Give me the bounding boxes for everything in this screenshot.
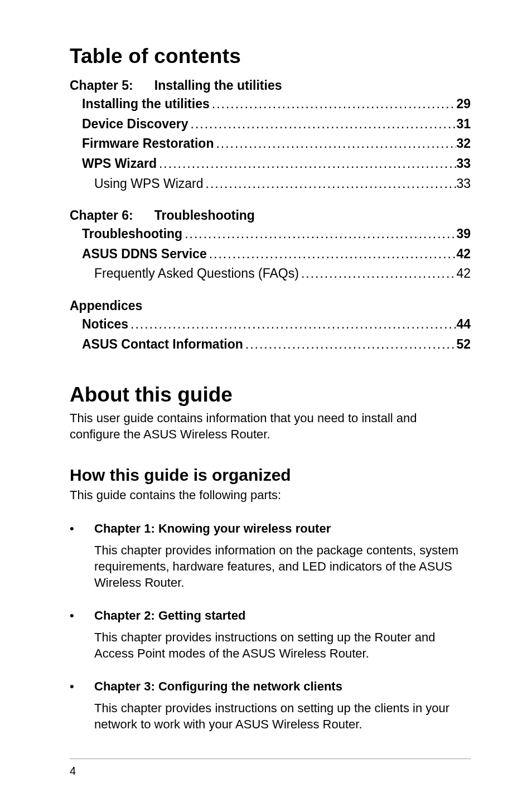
toc-leader-dots: ........................................…	[188, 114, 457, 134]
toc-entry-page: 44	[456, 315, 471, 335]
bullet-title: Chapter 1: Knowing your wireless router	[94, 520, 331, 537]
toc-entry-page: 52	[456, 335, 471, 355]
toc-entry-page: 31	[456, 114, 471, 134]
bullet-item: •Chapter 2: Getting startedThis chapter …	[70, 607, 471, 661]
page-number: 4	[70, 765, 471, 777]
toc-chapter-label: Chapter 5:	[70, 78, 133, 93]
toc-chapter-heading: Chapter 6:Troubleshooting	[70, 208, 471, 223]
toc-leader-dots: ........................................…	[207, 244, 457, 264]
toc-entry-page: 42	[456, 264, 471, 284]
toc-title: Table of contents	[70, 45, 471, 68]
toc-leader-dots: ........................................…	[128, 315, 456, 335]
toc-entry-label: ASUS DDNS Service	[82, 244, 207, 264]
toc-row: Troubleshooting.........................…	[70, 224, 471, 244]
about-intro: This user guide contains information tha…	[70, 410, 471, 442]
toc-row: ASUS Contact Information................…	[70, 335, 471, 355]
toc-leader-dots: ........................................…	[214, 134, 456, 154]
toc-leader-dots: ........................................…	[157, 154, 456, 174]
toc-leader-dots: ........................................…	[210, 94, 457, 114]
organized-intro: This guide contains the following parts:	[70, 487, 471, 503]
toc-entry-page: 42	[456, 244, 471, 264]
toc-entry-label: Using WPS Wizard	[94, 174, 204, 194]
toc-entry-label: Frequently Asked Questions (FAQs)	[94, 264, 299, 284]
toc-row: ASUS DDNS Service.......................…	[70, 244, 471, 264]
bullet-heading-row: •Chapter 1: Knowing your wireless router	[70, 520, 471, 542]
toc-row: Frequently Asked Questions (FAQs).......…	[70, 264, 471, 284]
page-footer: 4	[0, 758, 532, 777]
toc-row: Using WPS Wizard........................…	[70, 174, 471, 194]
bullet-mark-icon: •	[70, 607, 94, 629]
toc-leader-dots: ........................................…	[204, 174, 457, 194]
toc-entry-page: 39	[456, 224, 471, 244]
bullet-title: Chapter 2: Getting started	[94, 607, 245, 624]
toc-entry-label: Troubleshooting	[82, 224, 182, 244]
bullet-mark-icon: •	[70, 520, 94, 542]
bullet-title: Chapter 3: Configuring the network clien…	[94, 678, 342, 694]
footer-divider	[70, 758, 471, 759]
toc-leader-dots: ........................................…	[243, 335, 457, 355]
bullet-body: This chapter provides instructions on se…	[94, 629, 471, 661]
bullet-item: •Chapter 3: Configuring the network clie…	[70, 678, 471, 732]
toc-row: Device Discovery........................…	[70, 114, 471, 134]
toc-entry-page: 33	[456, 154, 471, 174]
toc-entry-label: Device Discovery	[82, 114, 188, 134]
toc-section: AppendicesNotices.......................…	[70, 298, 471, 354]
toc-container: Chapter 5:Installing the utilitiesInstal…	[70, 78, 471, 354]
about-title: About this guide	[70, 383, 471, 407]
toc-chapter-heading: Appendices	[70, 298, 471, 313]
toc-entry-label: WPS Wizard	[82, 154, 157, 174]
toc-entry-page: 29	[456, 94, 471, 114]
toc-chapter-heading: Chapter 5:Installing the utilities	[70, 78, 471, 93]
toc-row: Installing the utilities................…	[70, 94, 471, 114]
toc-row: Notices.................................…	[70, 315, 471, 335]
bullets-container: •Chapter 1: Knowing your wireless router…	[70, 520, 471, 732]
bullet-body: This chapter provides instructions on se…	[94, 700, 471, 732]
toc-leader-dots: ........................................…	[182, 224, 456, 244]
bullet-body: This chapter provides information on the…	[94, 542, 471, 591]
toc-entry-label: Installing the utilities	[82, 94, 210, 114]
toc-entry-label: Firmware Restoration	[82, 134, 214, 154]
bullet-item: •Chapter 1: Knowing your wireless router…	[70, 520, 471, 591]
toc-chapter-label: Chapter 6:	[70, 208, 133, 223]
bullet-mark-icon: •	[70, 678, 94, 700]
toc-entry-page: 33	[456, 174, 471, 194]
bullet-heading-row: •Chapter 2: Getting started	[70, 607, 471, 629]
toc-chapter-title: Installing the utilities	[154, 78, 282, 93]
toc-entry-label: Notices	[82, 315, 128, 335]
toc-chapter-title: Troubleshooting	[154, 208, 255, 223]
page-container: Table of contents Chapter 5:Installing t…	[0, 0, 532, 802]
toc-entry-label: ASUS Contact Information	[82, 335, 243, 355]
organized-heading: How this guide is organized	[70, 466, 471, 485]
toc-chapter-label: Appendices	[70, 298, 142, 313]
toc-section: Chapter 5:Installing the utilitiesInstal…	[70, 78, 471, 194]
bullet-heading-row: •Chapter 3: Configuring the network clie…	[70, 678, 471, 700]
toc-entry-page: 32	[456, 134, 471, 154]
toc-leader-dots: ........................................…	[299, 264, 457, 284]
toc-section: Chapter 6:TroubleshootingTroubleshooting…	[70, 208, 471, 284]
toc-row: Firmware Restoration....................…	[70, 134, 471, 154]
toc-row: WPS Wizard..............................…	[70, 154, 471, 174]
